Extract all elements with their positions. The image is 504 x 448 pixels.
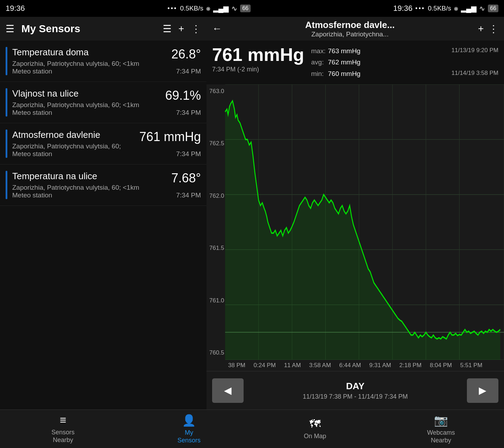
sensor-location-0: Zaporizhia, Patriotychna vulytsia, 60; <… <box>12 60 172 68</box>
sensor-name-3: Temperatura na ulice <box>12 171 172 182</box>
sensor-value-area-1: 69.1% 7:34 PM <box>165 88 201 117</box>
chart-svg <box>206 84 504 360</box>
sensor-type-2: Meteo station <box>12 150 139 158</box>
sensor-type-0: Meteo station <box>12 68 172 75</box>
battery-badge-right: 66 <box>488 5 498 12</box>
status-time-left: 19:36 <box>6 4 25 13</box>
stats-label-avg: avg: <box>311 57 325 68</box>
period-label: DAY <box>249 381 461 392</box>
sensor-time-1: 7:34 PM <box>176 109 201 117</box>
sensor-type-3: Meteo station <box>12 191 172 199</box>
sensor-info-3: Temperatura na ulice Zaporizhia, Patriot… <box>12 171 172 199</box>
add-detail-icon[interactable]: + <box>478 23 484 34</box>
detail-value-container: 761 mmHg 7:34 PM (-2 min) <box>212 46 304 73</box>
sensor-name-1: Vlajnost na ulice <box>12 88 165 99</box>
sensor-time-2: 7:34 PM <box>176 150 201 158</box>
y-label-2: 762.0 <box>209 192 224 200</box>
right-toolbar: ← Atmosfernoe davle... Zaporizhia, Patri… <box>206 17 504 41</box>
y-axis-labels: 763.0762.5762.0761.5761.0760.5 <box>206 84 227 360</box>
nav-item-0[interactable]: ≡ SensorsNearby <box>0 410 126 448</box>
y-label-4: 761.0 <box>209 297 224 304</box>
sensor-location-1: Zaporizhia, Patriotychna vulytsia, 60; <… <box>12 101 165 109</box>
y-label-1: 762.5 <box>209 140 224 147</box>
bluetooth-icon: ⎈ <box>206 5 210 13</box>
sensor-item-3[interactable]: Temperatura na ulice Zaporizhia, Patriot… <box>0 164 206 206</box>
detail-stats-right: max: 763 mmHg 11/13/19 9:20 PM avg: 762 … <box>311 46 498 79</box>
detail-value-time: 7:34 PM (-2 min) <box>212 66 304 73</box>
x-label-6: 2:18 PM <box>399 362 421 369</box>
detail-big-value: 761 mmHg <box>212 46 304 64</box>
sensor-name-0: Temperatura doma <box>12 47 172 58</box>
sensor-name-2: Atmosfernoe davlenie <box>12 130 139 140</box>
x-label-4: 6:44 AM <box>339 362 361 369</box>
nav-icon-2: 🗺 <box>309 418 321 430</box>
network-speed-right: 0.5KB/s <box>428 5 451 12</box>
wifi-icon: ∿ <box>231 4 237 13</box>
stats-label-min: min: <box>311 68 325 79</box>
sensor-location-2: Zaporizhia, Patriotychna vulytsia, 60; <box>12 142 139 150</box>
next-period-button[interactable]: ▶ <box>467 378 498 403</box>
x-axis-labels: 38 PM0:24 PM11 AM3:58 AM6:44 AM9:31 AM2:… <box>206 360 504 371</box>
nav-item-1[interactable]: 👤 MySensors <box>126 410 252 448</box>
sensor-indicator-2 <box>6 130 7 158</box>
stats-row-avg: avg: 762 mmHg <box>311 57 498 68</box>
stats-val-max: 763 mmHg <box>328 46 449 57</box>
nav-icon-3: 📷 <box>434 414 448 427</box>
menu-icon[interactable]: ☰ <box>6 23 14 35</box>
filter-icon[interactable]: ☰ <box>163 23 172 35</box>
nav-label-1: MySensors <box>177 429 201 444</box>
sensor-value-2: 761 mmHg <box>139 130 201 144</box>
y-label-5: 760.5 <box>209 349 224 356</box>
stats-table: max: 763 mmHg 11/13/19 9:20 PM avg: 762 … <box>311 46 498 79</box>
ellipsis-icon-right: ••• <box>415 5 425 12</box>
nav-item-2[interactable]: 🗺 On Map <box>252 410 378 448</box>
sensor-value-area-0: 26.8° 7:34 PM <box>172 47 201 75</box>
nav-item-3[interactable]: 📷 WebcamsNearby <box>378 410 504 448</box>
network-speed: 0.5KB/s <box>180 5 203 12</box>
sensor-item-2[interactable]: Atmosfernoe davlenie Zaporizhia, Patriot… <box>0 123 206 164</box>
sensor-indicator-3 <box>6 171 7 199</box>
y-label-0: 763.0 <box>209 88 224 95</box>
back-icon[interactable]: ← <box>212 23 222 34</box>
sensor-type-1: Meteo station <box>12 109 165 117</box>
add-icon[interactable]: + <box>178 23 184 34</box>
more-detail-icon[interactable]: ⋮ <box>489 23 498 35</box>
sensor-time-0: 7:34 PM <box>176 68 201 75</box>
ellipsis-icon: ••• <box>168 5 177 12</box>
left-toolbar: ☰ My Sensors ☰ + ⋮ <box>0 17 206 41</box>
more-icon[interactable]: ⋮ <box>191 23 201 35</box>
x-label-3: 3:58 AM <box>309 362 331 369</box>
time-left: 19:36 <box>6 4 25 13</box>
period-range: 11/13/19 7:38 PM - 11/14/19 7:34 PM <box>249 393 461 400</box>
left-panel: ☰ My Sensors ☰ + ⋮ Temperatura doma Zapo… <box>0 17 206 410</box>
signal-icon-right: ▂▄▆ <box>461 4 476 13</box>
x-label-2: 11 AM <box>284 362 301 369</box>
stats-val-avg: 762 mmHg <box>328 57 498 68</box>
nav-icon-1: 👤 <box>182 414 196 427</box>
detail-subtitle: Zaporizhia, Patriotychna... <box>227 30 473 38</box>
sensor-item-1[interactable]: Vlajnost na ulice Zaporizhia, Patriotych… <box>0 82 206 123</box>
right-bottom-nav: ◀ DAY 11/13/19 7:38 PM - 11/14/19 7:34 P… <box>206 371 504 410</box>
x-label-8: 5:51 PM <box>460 362 482 369</box>
right-toolbar-title-area: Atmosfernoe davle... Zaporizhia, Patriot… <box>227 20 473 38</box>
bluetooth-icon-right: ⎈ <box>454 5 458 13</box>
bottom-nav: ≡ SensorsNearby 👤 MySensors 🗺 On Map 📷 W… <box>0 410 504 448</box>
left-panel-title: My Sensors <box>21 23 156 35</box>
stats-date-max: 11/13/19 9:20 PM <box>451 46 498 57</box>
sensor-info-2: Atmosfernoe davlenie Zaporizhia, Patriot… <box>12 130 139 158</box>
sensor-info-1: Vlajnost na ulice Zaporizhia, Patriotych… <box>12 88 165 117</box>
stats-row-max: max: 763 mmHg 11/13/19 9:20 PM <box>311 46 498 57</box>
main-content: ☰ My Sensors ☰ + ⋮ Temperatura doma Zapo… <box>0 17 504 410</box>
detail-stats: 761 mmHg 7:34 PM (-2 min) max: 763 mmHg … <box>206 41 504 84</box>
sensor-indicator-1 <box>6 88 7 117</box>
chart-area: 763.0762.5762.0761.5761.0760.5 <box>206 84 504 360</box>
sensor-item-0[interactable]: Temperatura doma Zaporizhia, Patriotychn… <box>0 41 206 82</box>
nav-label-0: SensorsNearby <box>51 429 75 444</box>
prev-period-button[interactable]: ◀ <box>212 378 244 403</box>
x-label-5: 9:31 AM <box>369 362 391 369</box>
wifi-icon-right: ∿ <box>479 4 485 13</box>
status-center: ••• 0.5KB/s ⎈ ▂▄▆ ∿ 66 <box>168 4 251 13</box>
stats-date-min: 11/14/19 3:58 PM <box>451 68 498 79</box>
time-right: 19:36 <box>393 4 413 13</box>
sensor-value-3: 7.68° <box>172 171 201 186</box>
